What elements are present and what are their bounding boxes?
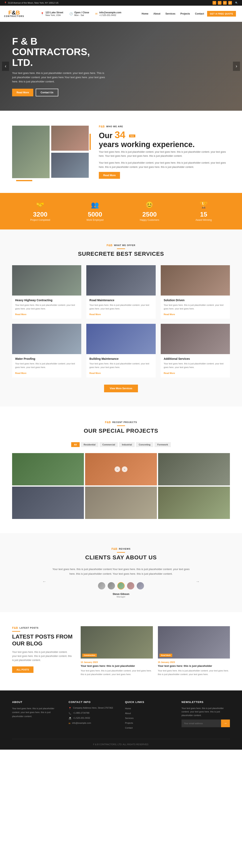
nav-projects[interactable]: Projects <box>178 11 192 16</box>
testimonial-prev-arrow[interactable]: ← <box>42 579 46 584</box>
avatar-1[interactable] <box>98 582 105 589</box>
avatar-2[interactable] <box>108 582 115 589</box>
googleplus-icon[interactable]: g+ <box>228 1 232 5</box>
blog-post-date-1: 15 January 2023 <box>158 661 230 663</box>
services-grid: Heavy Highway Contracting Your text goes… <box>12 265 230 377</box>
footer: About Your text goes here. this is just … <box>0 690 242 750</box>
footer-contact-email: ✉ info@example.com <box>69 722 117 725</box>
main-nav: Home About Services Projects Contact GET… <box>140 11 236 17</box>
stat-awards: 🏆 15 Award Winning <box>196 201 212 221</box>
contact-email: ✉ info@example.com +1 520-201-9432 <box>95 11 122 17</box>
project-prev-btn[interactable]: ‹ <box>114 466 120 472</box>
orange-accent-vertical <box>90 134 91 150</box>
hero-buttons: Read More Contact Us <box>12 89 109 96</box>
quote-button[interactable]: GET A FREE QUOTE <box>207 11 236 17</box>
testimonial-next-arrow[interactable]: → <box>196 579 200 584</box>
about-image-bottom-right <box>51 153 89 178</box>
footer-grid: About Your text goes here. this is just … <box>12 701 230 731</box>
worker-image <box>51 126 89 151</box>
footer-quicklinks-col: Quick Links Home About Services Projects… <box>125 701 173 731</box>
avatar-5[interactable] <box>137 582 144 589</box>
footer-link-projects[interactable]: Projects <box>125 722 133 724</box>
stat-projects-number: 3200 <box>30 211 50 218</box>
footer-link-home[interactable]: Home <box>125 707 131 710</box>
avatar-4[interactable] <box>127 582 134 589</box>
newsletter-email-input[interactable] <box>181 719 221 727</box>
service-content-1: Road Maintenance Your text goes here. th… <box>86 296 155 319</box>
service-card-0: Heavy Highway Contracting Your text goes… <box>12 265 81 319</box>
header-contact: 📍 123 Lake Street New York, USA 🕐 Open /… <box>40 11 122 17</box>
about-text-2: Your text goes here. this is just placeh… <box>99 161 230 169</box>
service-text-2: Your text goes here. this is just placeh… <box>164 303 227 310</box>
service-readmore-4[interactable]: Read More <box>89 372 101 374</box>
stat-customers: 😊 2500 Happy Customers <box>140 201 159 221</box>
footer-newsletter-col: Newsletters Your text goes here. this is… <box>181 701 230 731</box>
service-readmore-3[interactable]: Read More <box>15 372 26 374</box>
footer-link-contact[interactable]: Contact <box>125 726 133 729</box>
service-content-2: Solution Driven Your text goes here. thi… <box>161 296 230 319</box>
view-more-services-button[interactable]: View More Services <box>104 384 138 392</box>
filter-industrial[interactable]: Industrial <box>119 442 135 447</box>
linkedin-icon[interactable]: in <box>223 1 227 5</box>
nav-about[interactable]: About <box>151 11 163 16</box>
stat-employed: 👥 5000 Work Employed <box>87 201 103 221</box>
service-readmore-0[interactable]: Read More <box>15 313 26 315</box>
footer-contact-address: 📍 Company Address Here, Street 2767363 <box>69 707 117 710</box>
hero-description: Your text goes here. this is just placeh… <box>12 71 109 84</box>
about-read-more-button[interactable]: Read More <box>99 172 120 179</box>
footer-link-about[interactable]: About <box>125 712 131 714</box>
nav-home[interactable]: Home <box>140 11 150 16</box>
trophy-icon: 🏆 <box>196 201 212 209</box>
search-icon[interactable]: 🔍 <box>235 2 238 4</box>
filter-formwork[interactable]: Formwork <box>154 442 171 447</box>
facebook-icon[interactable]: f <box>213 1 216 5</box>
filter-concreting[interactable]: Concreting <box>136 442 153 447</box>
top-bar: 📍 3118 Avenue of the Moon, New York, NY … <box>0 0 242 6</box>
orange-accent-horizontal <box>16 180 32 181</box>
stat-awards-label: Award Winning <box>196 219 212 221</box>
projects-grid: ‹ › <box>12 453 230 519</box>
footer-link-services[interactable]: Services <box>125 717 134 719</box>
testimonial-role: Manager <box>50 595 192 598</box>
hero-content: F & B CONTRACTORS, LTD. Your text goes h… <box>0 36 121 97</box>
testimonials-title: CLIENTS SAY ABOUT US <box>12 554 230 561</box>
filter-commercial[interactable]: Commercial <box>100 442 118 447</box>
stat-customers-label: Happy Customers <box>140 219 159 221</box>
project-next-btn[interactable]: › <box>122 466 128 472</box>
hero-prev-arrow[interactable]: ‹ <box>2 62 9 71</box>
avatar-3[interactable] <box>117 582 125 589</box>
nav-services[interactable]: Services <box>163 11 177 16</box>
blog-post-0: Construction 12 January 2023 Your text g… <box>81 626 153 676</box>
blog-section: F&B Latest Posts LATEST POSTS FROM OUR B… <box>0 612 242 690</box>
service-card-1: Road Maintenance Your text goes here. th… <box>86 265 155 319</box>
hero-next-arrow[interactable]: › <box>233 62 240 71</box>
service-readmore-2[interactable]: Read More <box>164 313 175 315</box>
service-readmore-1[interactable]: Read More <box>89 313 101 315</box>
filter-residential[interactable]: Residential <box>81 442 98 447</box>
blog-post-category-1: Road Work <box>160 654 172 657</box>
new-badge: New <box>129 134 135 137</box>
footer-fax-text: +1-520-201-9432 <box>73 717 90 720</box>
blog-post-img-1: Road Work <box>158 626 230 658</box>
newsletter-submit-button[interactable]: → <box>221 719 230 727</box>
filter-all[interactable]: All <box>71 442 80 447</box>
blog-sublabel: Latest Posts <box>20 627 38 629</box>
about-heading: Our 34 New years working experience. <box>99 130 230 149</box>
service-readmore-5[interactable]: Read More <box>164 372 175 374</box>
all-posts-button[interactable]: ALL POSTS <box>12 666 33 673</box>
service-text-0: Your text goes here. this is just placeh… <box>15 303 78 310</box>
copyright-text: F & B CONTRACTORS, LTD. ALL RIGHTS RESER… <box>93 743 149 746</box>
footer-address-icon: 📍 <box>69 707 71 710</box>
footer-contact-col: Contact Info 📍 Company Address Here, Str… <box>69 701 117 731</box>
testimonials-section-label: F&B Reviews <box>12 547 230 551</box>
footer-contact-fax: 📠 +1-520-201-9432 <box>69 717 117 720</box>
footer-contact-phone: 📞 +1-880-2734788 <box>69 712 117 715</box>
twitter-icon[interactable]: t <box>218 1 221 5</box>
hero-read-more-button[interactable]: Read More <box>12 89 33 96</box>
nav-contact[interactable]: Contact <box>193 11 206 16</box>
testimonial-avatars <box>50 582 192 589</box>
about-section-label: F&B Who We Are <box>99 125 230 128</box>
hero-contact-button[interactable]: Contact Us <box>36 89 58 96</box>
service-card-5: Additional Services Your text goes here.… <box>161 324 230 377</box>
logo-fb-text: F&B <box>4 10 24 16</box>
